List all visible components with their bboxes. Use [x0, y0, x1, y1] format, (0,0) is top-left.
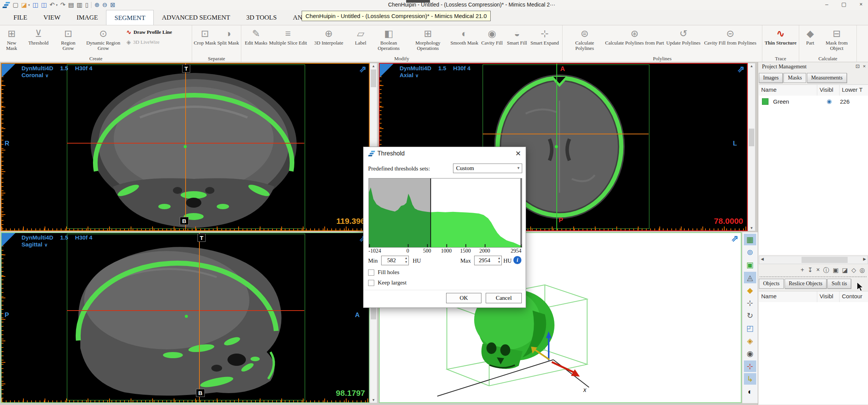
- tab-reslice-objects[interactable]: Reslice Objects: [785, 279, 827, 289]
- menu-view[interactable]: VIEW: [35, 10, 68, 25]
- masks-horizontal-scrollbar[interactable]: ◀ ▶: [759, 256, 868, 264]
- crosshair-point[interactable]: [555, 145, 558, 148]
- expand-view-icon[interactable]: ⇗: [737, 64, 745, 74]
- menu-advanced-segment[interactable]: ADVANCED SEGMENT: [154, 10, 238, 25]
- open-project-icon[interactable]: ◪: [21, 1, 27, 9]
- paste-icon[interactable]: ▯: [85, 1, 89, 9]
- undo-icon[interactable]: ↶: [50, 1, 55, 9]
- calculate-polylines-from-part-button[interactable]: ⊛Calculate Polylines from Part: [604, 26, 666, 46]
- scroll-up-icon[interactable]: ▲: [748, 64, 755, 68]
- save-icon[interactable]: ◫: [33, 1, 38, 9]
- maximize-button[interactable]: ▢: [839, 0, 849, 8]
- tab-objects[interactable]: Objects: [759, 279, 784, 289]
- eraser-icon[interactable]: ◪: [842, 266, 848, 274]
- edit-masks-button[interactable]: ✎Edit Masks: [244, 26, 269, 46]
- more-icon[interactable]: ◎: [860, 266, 865, 274]
- crop-mask-button[interactable]: ⊡Crop Mask: [193, 26, 217, 46]
- keep-largest-checkbox[interactable]: [368, 280, 374, 286]
- view-corner-marker[interactable]: [2, 64, 15, 78]
- region-grow-button[interactable]: ⊡Region Grow: [55, 26, 82, 51]
- scroll-down-icon[interactable]: ▼: [748, 226, 755, 230]
- objects-list-area[interactable]: [759, 302, 868, 404]
- reslice-planes-icon[interactable]: ◈: [744, 335, 756, 347]
- threshold-dialog[interactable]: Threshold ✕ Predefined thresholds sets: …: [363, 147, 526, 308]
- visibility-eye-icon[interactable]: ◉: [818, 98, 840, 105]
- coronal-reslice-line[interactable]: [483, 134, 649, 134]
- draw-profile-line-button[interactable]: ∿Draw Profile Line: [126, 29, 189, 36]
- axial-plane-dropdown[interactable]: Axial∨: [400, 72, 419, 78]
- tab-images[interactable]: Images: [759, 73, 783, 83]
- mask-from-object-button[interactable]: ⊟Mask from Object: [819, 26, 855, 51]
- axis-orientation-icon[interactable]: ↳: [744, 373, 756, 385]
- column-lower-threshold[interactable]: Lower T: [840, 85, 868, 96]
- pan-tool-icon[interactable]: ⊹: [744, 297, 756, 309]
- column-name[interactable]: Name: [759, 85, 817, 96]
- add-icon[interactable]: +: [800, 266, 804, 274]
- panel-close-icon[interactable]: ×: [863, 63, 866, 69]
- fill-holes-option[interactable]: Fill holes: [368, 269, 399, 276]
- masks-list-area[interactable]: [759, 107, 868, 255]
- update-polylines-button[interactable]: ↺Update Polylines: [666, 26, 702, 46]
- copy-icon[interactable]: ▥: [77, 1, 83, 9]
- coronal-reslice-line[interactable]: [199, 233, 200, 402]
- max-value[interactable]: 2954: [475, 257, 495, 264]
- mask-pixels-view-icon[interactable]: ▦: [744, 234, 756, 245]
- scroll-left-icon[interactable]: ◀: [761, 257, 764, 261]
- 3d-interpolate-button[interactable]: ⊕3D Interpolate: [307, 26, 350, 46]
- rotate-tool-icon[interactable]: ↻: [744, 310, 756, 321]
- 3d-livewire-button[interactable]: ◈3D LiveWire: [126, 39, 189, 46]
- fill-holes-checkbox[interactable]: [368, 269, 374, 276]
- delete-icon[interactable]: ×: [816, 266, 820, 274]
- keep-largest-option[interactable]: Keep largest: [368, 279, 407, 286]
- smooth-mask-button[interactable]: ◐Smooth Mask: [450, 26, 480, 46]
- spinner-arrows-icon[interactable]: ▲▼: [498, 256, 501, 264]
- scroll-thumb[interactable]: [749, 129, 754, 146]
- part-button[interactable]: ◆Part: [802, 26, 819, 46]
- spinner-arrows-icon[interactable]: ▲▼: [405, 256, 408, 264]
- group-icon[interactable]: ◇: [851, 266, 856, 274]
- scroll-thumb[interactable]: [802, 257, 848, 263]
- scroll-right-icon[interactable]: ▶: [863, 257, 866, 261]
- zoom-in-icon[interactable]: ⊕: [94, 1, 99, 9]
- menu-3d-tools[interactable]: 3D TOOLS: [238, 10, 285, 25]
- axial-scrollbar[interactable]: ▲ ▼: [748, 63, 755, 231]
- dialog-close-icon[interactable]: ✕: [515, 149, 521, 158]
- axial-reslice-line[interactable]: [67, 310, 304, 311]
- zoom-out-icon[interactable]: ⊖: [102, 1, 107, 9]
- scroll-down-icon[interactable]: ▼: [370, 398, 377, 402]
- threshold-histogram[interactable]: [368, 178, 522, 248]
- thin-structure-button[interactable]: ∿Thin Structure: [764, 26, 798, 46]
- cancel-button[interactable]: Cancel: [486, 293, 522, 303]
- expand-view-icon[interactable]: ⇗: [359, 64, 367, 74]
- menu-segment[interactable]: SEGMENT: [106, 10, 154, 25]
- new-file-icon[interactable]: ▢: [13, 1, 18, 9]
- morphology-operations-button[interactable]: ⊞Morphology Operations: [407, 26, 450, 51]
- column-contour[interactable]: Contour: [840, 291, 868, 302]
- visibility-eye-icon[interactable]: ◉: [744, 348, 756, 359]
- print-icon[interactable]: ▤: [68, 1, 74, 9]
- cavity-fill-from-polylines-button[interactable]: ⊝Cavity Fill from Polylines: [702, 26, 759, 46]
- redo-icon[interactable]: ↷: [60, 1, 65, 9]
- export-icon[interactable]: ↧: [808, 266, 813, 274]
- view-corner-marker[interactable]: [2, 233, 15, 247]
- min-value[interactable]: 582: [382, 257, 402, 264]
- column-visible[interactable]: Visibl: [817, 85, 840, 96]
- contrast-invert-icon[interactable]: ◐: [744, 386, 756, 397]
- coronal-plane-dropdown[interactable]: Coronal∨: [22, 72, 48, 78]
- info-icon[interactable]: i: [513, 256, 521, 264]
- bounding-box-icon[interactable]: ▣: [744, 259, 756, 271]
- calculate-polylines-button[interactable]: ⊜Calculate Polylines: [566, 26, 604, 51]
- save-as-icon[interactable]: ◫: [41, 1, 47, 9]
- mesh-view-icon[interactable]: ◬: [744, 272, 756, 283]
- max-threshold-input[interactable]: 2954 ▲▼: [474, 256, 502, 265]
- expand-view-icon[interactable]: ⇗: [731, 233, 739, 244]
- view-corner-marker[interactable]: [380, 64, 393, 78]
- threshold-button[interactable]: ⊻Threshold: [22, 26, 55, 46]
- crosshair-point[interactable]: [185, 315, 188, 318]
- min-threshold-input[interactable]: 582 ▲▼: [381, 256, 409, 265]
- isometric-view-icon[interactable]: ◰: [744, 322, 756, 334]
- smart-fill-button[interactable]: ◒Smart Fill: [505, 26, 529, 46]
- properties-icon[interactable]: ⓘ: [823, 266, 829, 274]
- scroll-up-icon[interactable]: ▲: [370, 64, 377, 68]
- new-mask-button[interactable]: ⊞New Mask: [1, 26, 22, 51]
